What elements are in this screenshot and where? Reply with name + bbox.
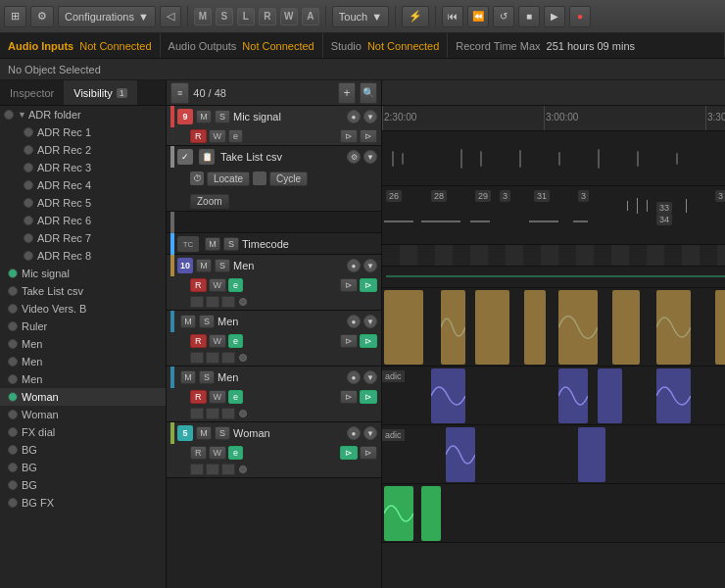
fx2-btn[interactable]: ⊳: [360, 446, 377, 460]
add-track-button[interactable]: +: [338, 82, 356, 104]
zoom-button[interactable]: Zoom: [190, 194, 229, 209]
play-button[interactable]: ▶: [544, 6, 565, 27]
list-item[interactable]: FX dial: [0, 423, 166, 441]
list-item[interactable]: ADR Rec 5: [0, 194, 166, 212]
mute-button[interactable]: M: [196, 110, 212, 123]
grid-button[interactable]: ⊞: [4, 6, 26, 27]
solo-button[interactable]: S: [215, 426, 230, 440]
solo-button[interactable]: S: [215, 110, 230, 123]
edit-btn[interactable]: e: [228, 334, 243, 348]
edit-btn[interactable]: e: [228, 446, 243, 460]
fx2-btn[interactable]: ⊳: [360, 334, 377, 348]
list-item[interactable]: ADR Rec 8: [0, 247, 166, 265]
list-item[interactable]: Men: [0, 370, 166, 388]
track-expand-btn[interactable]: ●: [347, 370, 361, 384]
mini2[interactable]: [206, 296, 219, 308]
list-item[interactable]: ADR Rec 6: [0, 212, 166, 229]
list-item[interactable]: BG FX: [0, 494, 166, 512]
search-button[interactable]: 🔍: [360, 82, 377, 104]
mini2[interactable]: [206, 352, 219, 364]
fx1-btn[interactable]: ⊳: [340, 278, 358, 292]
mini3[interactable]: [221, 408, 235, 419]
mode-r[interactable]: R: [259, 8, 276, 25]
list-item[interactable]: ADR Rec 7: [0, 229, 166, 247]
mode-a[interactable]: A: [302, 8, 319, 25]
mini1[interactable]: [190, 296, 204, 308]
tab-inspector[interactable]: Inspector: [0, 80, 64, 105]
mini2[interactable]: [206, 408, 219, 419]
mute-button[interactable]: M: [180, 370, 196, 384]
record-btn[interactable]: R: [190, 129, 207, 143]
list-item[interactable]: Men: [0, 353, 166, 370]
fx2-btn[interactable]: ⊳: [360, 129, 377, 143]
cycle-button[interactable]: Cycle: [269, 172, 308, 186]
write-btn[interactable]: W: [209, 334, 227, 348]
track-expand-btn[interactable]: ●: [347, 426, 361, 440]
checkbox[interactable]: ✓: [177, 149, 193, 165]
back-button[interactable]: ⏪: [467, 6, 489, 27]
list-item[interactable]: BG: [0, 459, 166, 476]
mute-button[interactable]: M: [205, 237, 220, 251]
list-item[interactable]: ADR Rec 2: [0, 141, 166, 159]
edit-btn[interactable]: e: [228, 278, 243, 292]
write-btn[interactable]: W: [209, 278, 227, 292]
mute-button[interactable]: M: [196, 259, 212, 272]
list-item[interactable]: Take List csv: [0, 282, 166, 300]
write-btn[interactable]: W: [209, 390, 227, 404]
touch-dropdown[interactable]: Touch ▼: [332, 6, 389, 27]
mute-button[interactable]: M: [196, 426, 212, 440]
mini3[interactable]: [221, 464, 235, 475]
solo-button[interactable]: S: [199, 370, 215, 384]
record-btn[interactable]: R: [190, 446, 207, 460]
fx1-btn[interactable]: ⊳: [340, 390, 358, 404]
list-item[interactable]: Woman: [0, 388, 166, 406]
stop-button[interactable]: ■: [518, 6, 540, 27]
record-btn[interactable]: R: [190, 390, 207, 404]
list-item[interactable]: ADR Rec 3: [0, 159, 166, 176]
list-item[interactable]: Mic signal: [0, 265, 166, 282]
mode-m[interactable]: M: [194, 8, 212, 25]
list-item[interactable]: Video Vers. B: [0, 300, 166, 318]
track-settings-btn[interactable]: ▼: [363, 259, 377, 272]
list-item[interactable]: ADR Rec 4: [0, 176, 166, 194]
transport-icon[interactable]: ⚡: [402, 6, 429, 27]
mode-s[interactable]: S: [216, 8, 233, 25]
arrow-button[interactable]: ◁: [160, 6, 181, 27]
mini1[interactable]: [190, 352, 204, 364]
mini1[interactable]: [190, 464, 204, 475]
fx2-btn[interactable]: ⊳: [360, 390, 377, 404]
takelist-settings-btn[interactable]: ⚙: [347, 150, 361, 164]
rewind-button[interactable]: ⏮: [442, 6, 463, 27]
track-list-icon[interactable]: ≡: [170, 82, 189, 104]
list-item[interactable]: BG: [0, 476, 166, 494]
track-expand-button[interactable]: ●: [347, 110, 361, 123]
list-item[interactable]: Ruler: [0, 318, 166, 335]
fx1-btn[interactable]: ⊳: [340, 334, 358, 348]
track-expand-btn[interactable]: ●: [347, 315, 361, 328]
loop-button[interactable]: ↺: [493, 6, 514, 27]
mini2[interactable]: [206, 464, 219, 475]
mute-button[interactable]: M: [180, 315, 196, 328]
solo-button[interactable]: S: [199, 315, 215, 328]
settings-button[interactable]: ⚙: [30, 6, 54, 27]
solo-button[interactable]: S: [215, 259, 230, 272]
mini1[interactable]: [190, 408, 204, 419]
list-item[interactable]: Woman: [0, 406, 166, 423]
takelist-arrow-btn[interactable]: ▼: [363, 150, 377, 164]
list-item[interactable]: ADR Rec 1: [0, 123, 166, 141]
list-item[interactable]: ▼ ADR folder: [0, 106, 166, 123]
mini3[interactable]: [221, 296, 235, 308]
edit-btn[interactable]: e: [228, 390, 243, 404]
fx1-btn[interactable]: ⊳: [340, 129, 358, 143]
track-settings-btn[interactable]: ▼: [363, 370, 377, 384]
mode-l[interactable]: L: [237, 8, 255, 25]
write-btn[interactable]: W: [209, 446, 227, 460]
track-expand-btn[interactable]: ●: [347, 259, 361, 272]
edit-btn[interactable]: e: [228, 129, 243, 143]
track-settings-btn[interactable]: ▼: [363, 315, 377, 328]
locate-button[interactable]: Locate: [207, 172, 250, 186]
list-item[interactable]: Men: [0, 335, 166, 353]
mini3[interactable]: [221, 352, 235, 364]
track-settings-button[interactable]: ▼: [363, 110, 377, 123]
record-btn[interactable]: R: [190, 278, 207, 292]
